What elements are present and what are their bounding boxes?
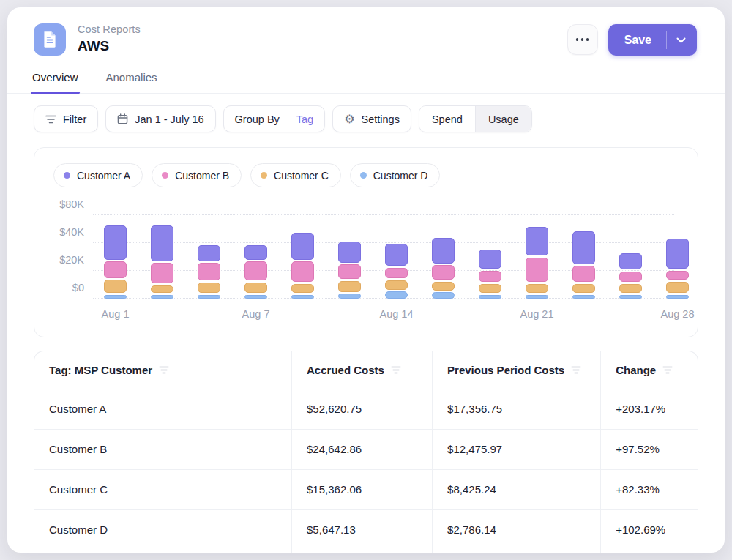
settings-button[interactable]: ⚙ Settings xyxy=(332,105,411,132)
bar-0-segment-customer-c[interactable] xyxy=(104,280,127,293)
column-header-accrued-costs[interactable]: Accrued Costs xyxy=(292,351,433,389)
bar-10-segment-customer-a[interactable] xyxy=(572,231,595,264)
bar-9-segment-customer-b[interactable] xyxy=(526,258,548,283)
bar-6-segment-customer-b[interactable] xyxy=(385,268,408,279)
legend-pill-customer-c[interactable]: Customer C xyxy=(250,163,341,187)
bar-4-segment-customer-d[interactable] xyxy=(291,295,314,299)
cell-name: Customer D xyxy=(34,509,292,550)
bar-3-segment-customer-c[interactable] xyxy=(244,283,267,294)
sort-icon xyxy=(571,366,581,374)
bar-3-segment-customer-d[interactable] xyxy=(244,295,267,299)
bar-4-segment-customer-a[interactable] xyxy=(291,233,314,259)
bar-9-segment-customer-d[interactable] xyxy=(526,295,548,299)
legend-pill-customer-b[interactable]: Customer B xyxy=(152,163,242,187)
tab-overview[interactable]: Overview xyxy=(31,67,80,93)
bar-1-segment-customer-a[interactable] xyxy=(151,225,173,261)
column-header-previous-period-costs[interactable]: Previous Period Costs xyxy=(433,351,601,389)
save-button[interactable]: Save xyxy=(608,24,666,56)
bar-2-segment-customer-b[interactable] xyxy=(198,263,220,280)
bar-7-segment-customer-d[interactable] xyxy=(432,292,455,299)
header: Cost Reports AWS Save xyxy=(7,7,725,56)
bar-0-segment-customer-a[interactable] xyxy=(104,225,127,260)
bar-11-segment-customer-b[interactable] xyxy=(619,272,642,283)
save-dropdown-toggle[interactable] xyxy=(667,24,697,56)
bar-11-segment-customer-d[interactable] xyxy=(619,295,642,299)
cell-previous: $2,786.14 xyxy=(433,509,601,550)
bar-6-segment-customer-d[interactable] xyxy=(385,291,408,299)
toggle-option-usage[interactable]: Usage xyxy=(475,106,531,132)
column-header-content: Accrued Costs xyxy=(307,364,432,376)
sort-icon xyxy=(662,366,673,374)
ellipsis-icon xyxy=(576,38,579,41)
legend-dot-icon xyxy=(64,172,70,179)
bar-11-segment-customer-c[interactable] xyxy=(619,284,642,294)
bar-10-segment-customer-d[interactable] xyxy=(572,295,595,299)
column-header-content: Previous Period Costs xyxy=(447,364,600,376)
bar-8-segment-customer-a[interactable] xyxy=(479,250,501,269)
bar-0-segment-customer-d[interactable] xyxy=(104,295,127,299)
bar-7-segment-customer-b[interactable] xyxy=(432,265,455,280)
bar-10-segment-customer-c[interactable] xyxy=(572,284,595,294)
bar-5-segment-customer-c[interactable] xyxy=(338,281,361,292)
group-by-button[interactable]: Group By Tag xyxy=(223,105,326,132)
filter-button[interactable]: Filter xyxy=(34,105,98,132)
bar-1-segment-customer-d[interactable] xyxy=(151,295,173,299)
cell-empty xyxy=(433,550,601,553)
bar-7-segment-customer-c[interactable] xyxy=(432,282,455,291)
bar-4-segment-customer-b[interactable] xyxy=(291,261,314,282)
bar-2-segment-customer-d[interactable] xyxy=(198,295,220,299)
legend-dot-icon xyxy=(261,172,267,179)
bar-2-segment-customer-c[interactable] xyxy=(198,283,220,294)
date-range-button[interactable]: Jan 1 - July 16 xyxy=(105,105,215,132)
gridline--80k xyxy=(93,214,674,215)
calendar-icon xyxy=(117,113,128,124)
tab-bar: OverviewAnomalies xyxy=(7,67,725,94)
more-options-button[interactable] xyxy=(567,24,598,55)
bar-4-segment-customer-c[interactable] xyxy=(291,284,314,294)
legend-pill-customer-a[interactable]: Customer A xyxy=(53,163,143,187)
bar-1-segment-customer-b[interactable] xyxy=(151,263,173,283)
bar-7-segment-customer-a[interactable] xyxy=(432,238,455,264)
column-header-content: Change xyxy=(616,364,698,376)
bar-6-segment-customer-c[interactable] xyxy=(385,280,408,290)
bar-11-segment-customer-a[interactable] xyxy=(619,253,642,269)
column-header-change[interactable]: Change xyxy=(601,351,698,389)
bar-12-segment-customer-d[interactable] xyxy=(666,295,689,299)
bar-0-segment-customer-b[interactable] xyxy=(104,261,127,277)
cell-accrued: $5,647.13 xyxy=(292,509,433,550)
save-split-button: Save xyxy=(608,24,697,56)
legend-pill-customer-d[interactable]: Customer D xyxy=(350,163,441,187)
bar-3-segment-customer-b[interactable] xyxy=(244,261,267,280)
bar-3-segment-customer-a[interactable] xyxy=(244,245,267,260)
bar-12-segment-customer-a[interactable] xyxy=(666,239,689,269)
bar-8-segment-customer-b[interactable] xyxy=(479,271,501,283)
report-icon xyxy=(34,23,66,56)
bar-6-segment-customer-a[interactable] xyxy=(385,244,408,266)
toolbar: Filter Jan 1 - July 16 Group By Tag ⚙ Se… xyxy=(34,105,698,132)
bar-2-segment-customer-a[interactable] xyxy=(198,245,220,261)
cell-name: Customer B xyxy=(34,429,292,469)
cell-name: Customer C xyxy=(34,469,292,509)
bar-8-segment-customer-c[interactable] xyxy=(479,284,501,294)
bar-8-segment-customer-d[interactable] xyxy=(479,295,501,299)
bar-5-segment-customer-b[interactable] xyxy=(338,264,361,279)
bar-5-segment-customer-a[interactable] xyxy=(338,242,361,263)
bar-1-segment-customer-c[interactable] xyxy=(151,285,173,294)
stacked-bar-chart: $0$20K$40K$80K xyxy=(93,215,674,299)
cost-report-window: Cost Reports AWS Save OverviewAnomalies … xyxy=(7,7,725,553)
cell-empty xyxy=(292,550,433,553)
table-row-customer-b: Customer B$24,642.86$12,475.97+97.52% xyxy=(34,429,698,469)
bar-9-segment-customer-a[interactable] xyxy=(526,227,548,255)
toggle-option-spend[interactable]: Spend xyxy=(419,106,475,132)
bar-12-segment-customer-b[interactable] xyxy=(666,271,689,280)
column-header-tag-msp-customer[interactable]: Tag: MSP Customer xyxy=(34,351,292,389)
tab-anomalies[interactable]: Anomalies xyxy=(105,67,159,93)
breadcrumb: Cost Reports xyxy=(78,23,141,35)
group-by-value: Tag xyxy=(296,113,313,125)
legend-label: Customer C xyxy=(274,170,329,182)
bar-10-segment-customer-b[interactable] xyxy=(572,266,595,282)
bar-12-segment-customer-c[interactable] xyxy=(666,282,689,294)
bar-9-segment-customer-c[interactable] xyxy=(526,284,548,294)
x-tick-aug-7: Aug 7 xyxy=(242,308,270,320)
bar-5-segment-customer-d[interactable] xyxy=(338,294,361,299)
